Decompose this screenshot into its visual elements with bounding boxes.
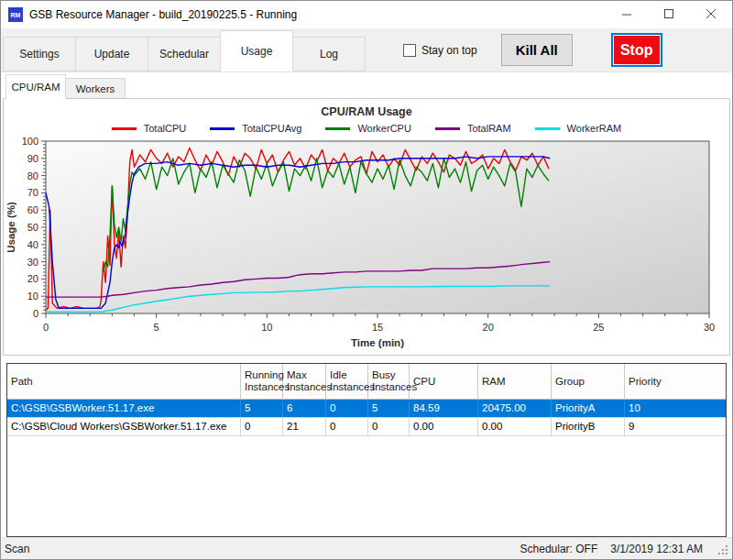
- minimize-button[interactable]: [606, 1, 648, 28]
- tab-log[interactable]: Log: [292, 37, 366, 71]
- legend-label: WorkerRAM: [567, 123, 622, 134]
- column-header[interactable]: Group: [552, 364, 625, 399]
- table-row[interactable]: C:\GSB\Cloud Workers\GSBWorker.51.17.exe…: [7, 418, 726, 436]
- table-cell: 0.00: [478, 418, 552, 435]
- process-table: PathRunning InstancesMax InstancesIdle I…: [6, 363, 727, 537]
- svg-text:10: 10: [27, 291, 38, 302]
- column-header[interactable]: Path: [7, 364, 241, 399]
- svg-text:0: 0: [43, 322, 49, 333]
- usage-tab-page: CPU/RAM Workers CPU/RAM Usage TotalCPUTo…: [1, 72, 732, 537]
- column-header[interactable]: Running Instances: [241, 364, 283, 399]
- stay-on-top-group[interactable]: Stay on top: [403, 44, 477, 57]
- table-header: PathRunning InstancesMax InstancesIdle I…: [7, 364, 726, 400]
- main-tab-strip: Settings Update Schedular Usage Log Stay…: [1, 28, 732, 72]
- legend-item: TotalRAM: [435, 123, 511, 134]
- table-cell: 9: [625, 418, 726, 435]
- status-right-group: Schedular: OFF 3/1/2019 12:31 AM: [520, 543, 728, 555]
- column-header[interactable]: Busy Instances: [368, 364, 410, 399]
- tab-update[interactable]: Update: [75, 37, 148, 71]
- svg-text:Time (min): Time (min): [351, 337, 404, 348]
- legend-line-icon: [112, 127, 137, 130]
- stop-button[interactable]: Stop: [611, 33, 662, 67]
- legend-label: TotalCPUAvg: [242, 123, 301, 134]
- tab-usage[interactable]: Usage: [220, 30, 293, 71]
- stay-on-top-checkbox[interactable]: [403, 44, 416, 57]
- status-datetime-label: 3/1/2019 12:31 AM: [610, 543, 703, 555]
- status-bar: Scan Schedular: OFF 3/1/2019 12:31 AM: [1, 537, 732, 559]
- svg-text:100: 100: [22, 137, 38, 147]
- table-cell: PriorityA: [552, 400, 625, 417]
- table-cell: 0: [241, 418, 283, 435]
- svg-text:15: 15: [372, 322, 383, 333]
- chart-panel: CPU/RAM Usage TotalCPUTotalCPUAvgWorkerC…: [3, 98, 730, 356]
- tab-schedular[interactable]: Schedular: [148, 37, 221, 71]
- table-cell: C:\GSB\Cloud Workers\GSBWorker.51.17.exe: [7, 418, 241, 435]
- table-cell: PriorityB: [552, 418, 625, 435]
- status-scan-label: Scan: [5, 543, 29, 555]
- svg-text:90: 90: [27, 153, 38, 164]
- tab-settings[interactable]: Settings: [3, 37, 76, 71]
- svg-text:5: 5: [154, 322, 159, 333]
- svg-text:10: 10: [261, 322, 272, 333]
- svg-text:70: 70: [27, 187, 38, 198]
- maximize-icon: [664, 6, 674, 23]
- legend-line-icon: [435, 127, 460, 130]
- close-icon: [706, 6, 717, 23]
- svg-text:50: 50: [27, 222, 38, 233]
- close-button[interactable]: [690, 1, 732, 28]
- toolbar: Stay on top Kill All Stop: [365, 28, 662, 71]
- legend-item: TotalCPU: [112, 123, 186, 134]
- svg-text:0: 0: [33, 308, 38, 319]
- table-cell: 5: [368, 400, 410, 417]
- table-cell: 21: [283, 418, 326, 435]
- column-header[interactable]: CPU: [410, 364, 478, 399]
- window-title: GSB Resource Manager - build_20190225.5 …: [29, 8, 297, 21]
- legend-item: WorkerRAM: [535, 123, 622, 134]
- resize-grip-icon[interactable]: [717, 544, 728, 555]
- sub-tab-strip: CPU/RAM Workers: [3, 72, 730, 98]
- legend-item: TotalCPUAvg: [210, 123, 301, 134]
- subtab-cpu-ram[interactable]: CPU/RAM: [5, 74, 66, 99]
- chart-legend: TotalCPUTotalCPUAvgWorkerCPUTotalRAMWork…: [4, 120, 729, 137]
- chart-title: CPU/RAM Usage: [4, 105, 729, 120]
- column-header[interactable]: RAM: [478, 364, 552, 399]
- table-cell: 0: [368, 418, 410, 435]
- svg-text:25: 25: [593, 322, 604, 333]
- table-cell: 0: [326, 400, 368, 417]
- legend-line-icon: [325, 127, 350, 130]
- legend-line-icon: [210, 127, 235, 130]
- table-cell: 0: [326, 418, 368, 435]
- svg-text:20: 20: [27, 273, 38, 284]
- table-cell: 20475.00: [478, 400, 552, 417]
- legend-label: TotalCPU: [144, 123, 186, 134]
- legend-item: WorkerCPU: [325, 123, 410, 134]
- table-body: C:\GSB\GSBWorker.51.17.exe560584.5920475…: [7, 400, 726, 436]
- table-cell: 5: [241, 400, 283, 417]
- legend-label: WorkerCPU: [357, 123, 410, 134]
- table-row[interactable]: C:\GSB\GSBWorker.51.17.exe560584.5920475…: [7, 400, 726, 418]
- column-header[interactable]: Priority: [625, 364, 726, 399]
- svg-text:30: 30: [27, 257, 38, 268]
- app-icon: RM: [8, 7, 23, 22]
- legend-label: TotalRAM: [467, 123, 511, 134]
- minimize-icon: [622, 6, 632, 23]
- subtab-workers[interactable]: Workers: [65, 78, 126, 99]
- svg-text:80: 80: [27, 170, 38, 181]
- status-scheduler-label: Schedular: OFF: [520, 543, 598, 555]
- window-controls: [606, 1, 732, 28]
- table-cell: 84.59: [410, 400, 478, 417]
- usage-chart-svg: 0102030405060708090100051015202530Time (…: [4, 137, 722, 351]
- title-bar: RM GSB Resource Manager - build_20190225…: [1, 1, 732, 28]
- column-header[interactable]: Max Instances: [283, 364, 326, 399]
- svg-text:Usage (%): Usage (%): [5, 202, 16, 253]
- table-cell: C:\GSB\GSBWorker.51.17.exe: [7, 400, 241, 417]
- maximize-button[interactable]: [648, 1, 690, 28]
- svg-text:20: 20: [483, 322, 494, 333]
- stay-on-top-label: Stay on top: [421, 44, 477, 57]
- kill-all-button[interactable]: Kill All: [501, 34, 573, 66]
- legend-line-icon: [535, 127, 560, 130]
- table-cell: 0.00: [410, 418, 478, 435]
- column-header[interactable]: Idle Instances: [326, 364, 368, 399]
- app-window: RM GSB Resource Manager - build_20190225…: [0, 0, 733, 560]
- svg-text:30: 30: [704, 322, 715, 333]
